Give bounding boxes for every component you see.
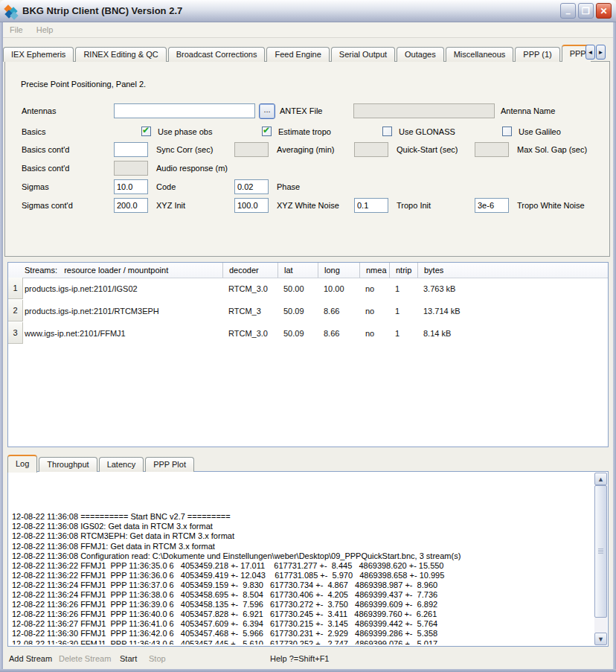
basics-label: Basics xyxy=(22,124,45,139)
xyz-white-noise-input[interactable] xyxy=(234,198,269,213)
bottom-tab-strip: Log Throughput Latency PPP Plot xyxy=(7,455,196,472)
sigmas-contd-label: Sigmas cont'd xyxy=(22,198,73,213)
log-line: 12-08-22 11:36:08 FFMJ1: Get data in RTC… xyxy=(12,542,593,551)
cell-nmea: no xyxy=(365,278,374,300)
cell-long: 8.66 xyxy=(324,300,339,322)
row-number[interactable]: 1 xyxy=(8,278,23,299)
add-stream-button[interactable]: Add Stream xyxy=(9,654,52,663)
tab-scroll-right-icon[interactable]: ► xyxy=(596,45,606,60)
scroll-down-icon[interactable]: ▼ xyxy=(594,633,607,645)
log-line: 12-08-22 11:36:24 FFMJ1 PPP 11:36:38.0 6… xyxy=(12,590,593,600)
cell-lat: 50.09 xyxy=(283,322,304,345)
tropo-init-input[interactable] xyxy=(354,198,388,213)
tab[interactable]: PPP (1) xyxy=(515,47,559,62)
app-window: BKG Ntrip Client (BNC) Version 2.7 – ❐ ✕… xyxy=(0,0,616,672)
tab[interactable]: Feed Engine xyxy=(266,47,329,62)
sigma-code-label: Code xyxy=(156,179,176,194)
close-icon: ✕ xyxy=(600,6,607,16)
cell-mountpoint: products.igs-ip.net:2101/IGS02 xyxy=(25,278,138,300)
log-line: 12-08-22 11:36:30 FFMJ1 PPP 11:36:43.0 6… xyxy=(12,639,593,645)
use-phase-obs-checkbox[interactable] xyxy=(141,127,151,136)
tab[interactable]: Serial Output xyxy=(331,47,395,62)
bottom-tab[interactable]: Log xyxy=(7,455,37,473)
cell-lat: 50.00 xyxy=(283,278,304,300)
use-galileo-checkbox[interactable] xyxy=(502,127,512,136)
antenna-name-input xyxy=(353,103,495,118)
log-line: 12-08-22 11:36:26 FFMJ1 PPP 11:36:39.0 6… xyxy=(12,600,593,609)
maximize-button[interactable]: ❐ xyxy=(578,3,594,19)
basics-contd2-label: Basics cont'd xyxy=(22,161,69,176)
log-line: 12-08-22 11:36:27 FFMJ1 PPP 11:36:41.0 6… xyxy=(12,619,593,629)
delete-stream-button: Delete Stream xyxy=(59,654,111,663)
maximize-icon: ❐ xyxy=(582,6,590,16)
cell-ntrip: 1 xyxy=(395,278,400,300)
xyz-init-input[interactable] xyxy=(114,198,148,213)
cell-long: 10.00 xyxy=(324,278,344,300)
antennas-input[interactable] xyxy=(114,103,255,118)
tab[interactable]: RINEX Editing & QC xyxy=(75,47,166,62)
audio-response-label: Audio response (m) xyxy=(156,161,228,176)
cell-nmea: no xyxy=(365,322,374,345)
tab[interactable]: IEX Ephemeris xyxy=(3,47,74,62)
bottom-tab[interactable]: PPP Plot xyxy=(145,457,194,472)
log-output[interactable]: 12-08-22 11:36:08 ========== Start BNC v… xyxy=(7,471,609,647)
quick-start-input xyxy=(354,142,388,157)
table-row[interactable]: 1 products.igs-ip.net:2101/IGS02 RTCM_3.… xyxy=(8,278,608,300)
cell-bytes: 3.763 kB xyxy=(423,278,455,300)
sigma-code-input[interactable] xyxy=(114,179,148,194)
menu-file[interactable]: File xyxy=(3,25,30,34)
log-lines: 12-08-22 11:36:08 ========== Start BNC v… xyxy=(10,483,593,644)
col-streams[interactable]: Streams: resource loader / mountpoint xyxy=(8,263,239,278)
top-tab-strip: IEX Ephemeris RINEX Editing & QC Broadca… xyxy=(3,43,591,62)
table-row[interactable]: 3 www.igs-ip.net:2101/FFMJ1 RTCM_3.0 50.… xyxy=(8,322,608,345)
sigma-phase-input[interactable] xyxy=(234,179,269,194)
tropo-white-noise-input[interactable] xyxy=(475,198,509,213)
col-bytes[interactable]: bytes xyxy=(417,263,573,278)
cell-long: 8.66 xyxy=(324,322,339,345)
bnc-app-icon xyxy=(4,4,18,18)
log-scrollbar[interactable]: ▲ ▼ xyxy=(594,473,607,645)
window-frame-bottom xyxy=(0,669,616,672)
antex-browse-button[interactable]: ... xyxy=(259,103,275,119)
help-shortcut-label: Help ?=Shift+F1 xyxy=(270,654,330,663)
close-button[interactable]: ✕ xyxy=(596,3,612,19)
cell-nmea: no xyxy=(365,300,374,322)
use-glonass-label: Use GLONASS xyxy=(399,124,455,139)
minimize-button[interactable]: – xyxy=(560,3,576,19)
max-sol-gap-input xyxy=(475,142,509,157)
row-number[interactable]: 2 xyxy=(8,300,23,321)
log-line: 12-08-22 11:36:22 FFMJ1 PPP 11:36:36.0 6… xyxy=(12,571,593,580)
estimate-tropo-checkbox[interactable] xyxy=(262,127,272,136)
table-row[interactable]: 2 products.igs-ip.net:2101/RTCM3EPH RTCM… xyxy=(8,300,608,322)
tab-scroll-arrows: ◄ ► xyxy=(585,45,606,60)
sync-corr-input[interactable] xyxy=(114,142,148,157)
use-glonass-checkbox[interactable] xyxy=(382,127,392,136)
start-button[interactable]: Start xyxy=(120,654,137,663)
cell-lat: 50.09 xyxy=(283,300,304,322)
title-bar[interactable]: BKG Ntrip Client (BNC) Version 2.7 – ❐ ✕ xyxy=(0,0,616,22)
sigma-phase-label: Phase xyxy=(277,179,300,194)
tab[interactable]: Miscellaneous xyxy=(446,47,514,62)
estimate-tropo-label: Estimate tropo xyxy=(278,124,331,139)
xyz-white-noise-label: XYZ White Noise xyxy=(277,198,339,213)
window-title: BKG Ntrip Client (BNC) Version 2.7 xyxy=(22,5,558,16)
basics-contd1-label: Basics cont'd xyxy=(22,142,69,157)
log-line: 12-08-22 11:36:22 FFMJ1 PPP 11:36:35.0 6… xyxy=(12,561,593,571)
bottom-tab[interactable]: Latency xyxy=(99,457,144,472)
cell-ntrip: 1 xyxy=(395,300,400,322)
tab-scroll-left-icon[interactable]: ◄ xyxy=(585,45,595,60)
col-decoder[interactable]: decoder xyxy=(222,263,284,278)
log-line: 12-08-22 11:36:30 FFMJ1 PPP 11:36:42.0 6… xyxy=(12,629,593,639)
tropo-white-noise-label: Tropo White Noise xyxy=(517,198,585,213)
log-line: 12-08-22 11:36:24 FFMJ1 PPP 11:36:37.0 6… xyxy=(12,580,593,590)
menu-help[interactable]: Help xyxy=(30,25,60,34)
tab[interactable]: Outages xyxy=(397,47,444,62)
tab[interactable]: Broadcast Corrections xyxy=(168,47,266,62)
bottom-tab[interactable]: Throughput xyxy=(39,457,97,472)
row-number[interactable]: 3 xyxy=(8,322,23,344)
scroll-up-icon[interactable]: ▲ xyxy=(594,473,607,485)
log-line: 12-08-22 11:36:08 IGS02: Get data in RTC… xyxy=(12,522,593,531)
averaging-label: Averaging (min) xyxy=(277,142,334,157)
scrollbar-thumb[interactable] xyxy=(594,485,607,618)
sigmas-label: Sigmas xyxy=(22,179,49,194)
